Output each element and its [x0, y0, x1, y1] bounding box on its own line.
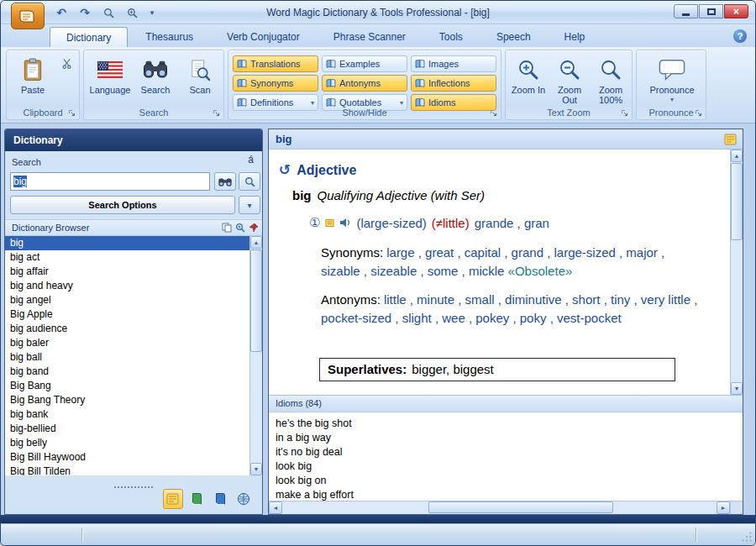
note-icon[interactable] — [724, 133, 738, 146]
dictionary-word-row[interactable]: Big Bang — [5, 379, 249, 393]
scroll-left-button[interactable]: ◄ — [269, 501, 282, 514]
dictionary-word-row[interactable]: big and heavy — [5, 279, 249, 293]
language-button[interactable]: Language — [89, 53, 131, 108]
ribbon-tab[interactable]: Dictionary — [50, 27, 128, 47]
search-go-button[interactable] — [239, 172, 260, 191]
sidebar-header: Dictionary — [5, 129, 262, 151]
dialog-launcher-icon[interactable] — [68, 109, 76, 117]
maximize-button[interactable] — [699, 4, 723, 18]
ribbon-tab[interactable]: Tools — [423, 27, 479, 47]
ribbon-tab[interactable]: Phrase Scanner — [318, 27, 422, 47]
chevron-down-icon: ▾ — [670, 96, 674, 103]
resize-grip[interactable] — [742, 532, 753, 543]
dictionary-word-row[interactable]: big audience — [5, 322, 249, 336]
search-options-button[interactable]: Search Options — [10, 196, 235, 214]
globe-icon — [237, 492, 250, 506]
show-hide-toggle[interactable]: Antonyms — [322, 75, 407, 92]
scroll-up-button[interactable]: ▲ — [731, 150, 743, 162]
close-button[interactable]: × — [724, 4, 748, 18]
zoom-100-button[interactable]: Zoom 100% — [591, 53, 630, 108]
ribbon: Paste Clipboard — [1, 47, 755, 123]
search-button[interactable]: Search — [134, 53, 176, 108]
help-icon[interactable]: ? — [733, 29, 747, 43]
lookup-button[interactable] — [214, 172, 236, 191]
ribbon-tab-bar: Dictionary Thesaurus Verb Conjugator Phr… — [1, 24, 755, 47]
binoculars-icon — [218, 176, 232, 187]
dictionary-sidebar: Dictionary Search á big — [4, 129, 263, 515]
app-menu-button[interactable] — [11, 3, 45, 29]
idiom-row[interactable]: in a big way — [276, 431, 743, 445]
idiom-row[interactable]: it's no big deal — [276, 445, 743, 459]
search-label: Search — [12, 157, 41, 167]
dictionary-word-row[interactable]: big affair — [5, 265, 249, 279]
dictionary-word-row[interactable]: big ball — [5, 350, 249, 365]
pronounce-button[interactable]: Pronounce ▾ — [645, 53, 699, 108]
search-input[interactable]: big — [10, 172, 210, 191]
thesaurus-view-button[interactable] — [186, 489, 207, 509]
show-hide-toggle[interactable]: Inflections — [411, 75, 496, 92]
accent-character-button[interactable]: á — [248, 154, 254, 165]
dialog-launcher-icon[interactable] — [213, 109, 220, 117]
ribbon-tab[interactable]: Verb Conjugator — [211, 27, 316, 47]
zoom-in-button[interactable]: Zoom In — [509, 53, 548, 108]
ribbon-tab[interactable]: Thesaurus — [129, 27, 209, 47]
dictionary-word-row[interactable]: big baler — [5, 336, 249, 350]
blue-book-icon — [213, 492, 227, 506]
speaker-icon[interactable] — [339, 218, 351, 228]
show-hide-toggle[interactable]: Translations — [233, 55, 318, 72]
idioms-horizontal-scrollbar[interactable]: ◄ ► — [269, 501, 730, 514]
pin-icon[interactable] — [249, 223, 259, 233]
dialog-launcher-icon[interactable] — [695, 109, 702, 117]
panel-splitter[interactable] — [5, 476, 262, 483]
show-hide-toggle[interactable]: Images — [411, 55, 496, 72]
scroll-thumb[interactable] — [250, 249, 262, 352]
note-mini-icon[interactable] — [325, 218, 334, 228]
scroll-right-button[interactable]: ► — [717, 501, 730, 514]
copy-icon[interactable] — [222, 223, 232, 233]
scroll-thumb[interactable] — [428, 501, 613, 513]
zoom-out-button[interactable]: Zoom Out — [550, 53, 589, 108]
dictionary-word-row[interactable]: Big Apple — [5, 307, 249, 322]
dictionary-word-row[interactable]: big-bellied — [5, 422, 249, 436]
zoom-in-icon[interactable] — [235, 223, 245, 233]
show-hide-toggle[interactable]: Examples — [322, 55, 407, 72]
dictionary-word-row[interactable]: big — [5, 236, 249, 250]
group-label-text-zoom: Text Zoom — [547, 108, 590, 118]
ribbon-group-show-hide: Translations Synonyms — [228, 50, 501, 120]
ribbon-tab[interactable]: Help — [549, 27, 601, 47]
dictionary-word-row[interactable]: big bank — [5, 407, 249, 422]
idiom-row[interactable]: he's the big shot — [276, 417, 743, 431]
conjugator-view-button[interactable] — [210, 489, 230, 509]
search-options-dropdown[interactable]: ▾ — [239, 196, 260, 214]
dictionary-word-row[interactable]: big angel — [5, 293, 249, 307]
sense-number: ① — [309, 215, 320, 230]
sense-gloss: (large-sized) — [356, 216, 426, 230]
dictionary-view-button[interactable] — [163, 489, 183, 509]
cut-button[interactable] — [57, 55, 76, 71]
titlebar: ↶ ↷ ▾ Word Magic Dictionary & Tools Prof… — [1, 1, 755, 24]
dialog-launcher-icon[interactable] — [490, 109, 497, 117]
dictionary-word-row[interactable]: big belly — [5, 436, 249, 450]
paste-button[interactable]: Paste — [13, 53, 52, 108]
word-list-scrollbar[interactable]: ▲ ▼ — [249, 236, 262, 475]
idiom-row[interactable]: look big on — [276, 474, 743, 488]
scroll-up-button[interactable]: ▲ — [250, 236, 262, 249]
dictionary-word-row[interactable]: Big Bang Theory — [5, 393, 249, 407]
scroll-down-button[interactable]: ▼ — [731, 382, 743, 395]
dictionary-word-row[interactable]: Big Bill Haywood — [5, 450, 249, 465]
idiom-row[interactable]: look big — [276, 459, 743, 474]
dialog-launcher-icon[interactable] — [621, 109, 628, 117]
show-hide-toggle[interactable]: Synonyms — [233, 75, 318, 92]
minimize-button[interactable] — [674, 4, 698, 18]
ribbon-tab[interactable]: Speech — [480, 27, 547, 47]
scan-button[interactable]: Scan — [180, 53, 220, 108]
online-view-button[interactable] — [234, 489, 254, 509]
binoculars-icon — [144, 60, 167, 79]
entry-scrollbar[interactable]: ▲ ▼ — [730, 150, 743, 395]
zoom-out-icon — [559, 59, 580, 81]
scroll-thumb[interactable] — [731, 163, 743, 240]
dictionary-word-row[interactable]: big act — [5, 250, 249, 265]
scroll-down-button[interactable]: ▼ — [250, 463, 262, 475]
dictionary-word-row[interactable]: Big Bill Tilden — [5, 465, 249, 475]
dictionary-word-row[interactable]: big band — [5, 365, 249, 379]
